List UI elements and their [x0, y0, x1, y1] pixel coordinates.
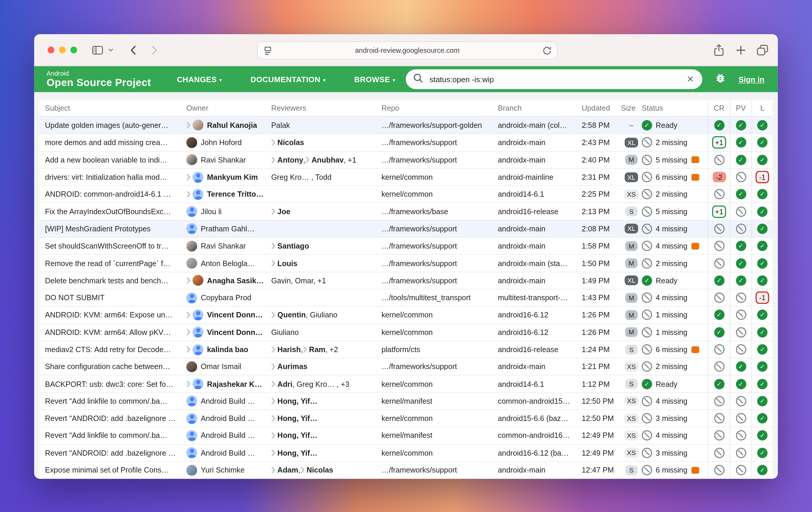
- change-row[interactable]: Set shouldScanWithScreenOff to tr… Ravi …: [39, 237, 773, 254]
- size-chip: XL: [625, 224, 638, 234]
- reviewer-name: Ram: [309, 345, 325, 353]
- change-row[interactable]: [WIP] MeshGradient Prototypes Pratham Ga…: [39, 220, 773, 237]
- change-row[interactable]: Revert "ANDROID: add .bazelignore … Andr…: [39, 409, 773, 427]
- status-text: 6 missing: [656, 173, 688, 181]
- reviewer-name: , Giuliano: [306, 311, 338, 319]
- owner-avatar: [193, 309, 203, 320]
- app-header: Android Open Source Project CHANGES▾ DOC…: [34, 66, 778, 92]
- vote-approved-icon: [714, 275, 724, 286]
- owner-avatar: [186, 396, 197, 407]
- vote-blocked-icon: [714, 362, 724, 372]
- zoom-window-button[interactable]: [70, 47, 77, 53]
- nav-menu-documentation[interactable]: DOCUMENTATION▾: [251, 75, 326, 84]
- vote-blocked-icon: [736, 465, 746, 475]
- vote-blocked-icon: [736, 224, 746, 234]
- status-ready-icon: [642, 120, 652, 130]
- status-blocked-icon: [642, 137, 652, 148]
- change-row[interactable]: Fix the ArrayIndexOutOfBoundsExc… Jilou …: [39, 203, 773, 220]
- vote-approved-icon: [736, 137, 746, 148]
- change-row[interactable]: mediav2 CTS: Add retry for Decode… kalin…: [39, 341, 773, 358]
- sidebar-toggle-icon[interactable]: [92, 46, 103, 55]
- status-text: Ready: [656, 277, 677, 285]
- repo-name: kernel/manifest: [381, 397, 432, 405]
- main-nav: CHANGES▾ DOCUMENTATION▾ BROWSE▾: [177, 75, 395, 84]
- reviewer-name: Aurimas: [277, 363, 307, 371]
- change-row[interactable]: Add a new boolean variable to indi… Ravi…: [39, 151, 773, 168]
- updated-time: 12:50 PM: [582, 397, 614, 405]
- branch-name: androidx-main: [498, 242, 545, 250]
- vote-blocked-icon: [714, 396, 724, 406]
- report-bug-icon[interactable]: [715, 73, 726, 86]
- address-bar[interactable]: android-review.googlesource.com: [257, 41, 557, 60]
- minimize-window-button[interactable]: [59, 47, 66, 53]
- status-text: 5 missing: [656, 156, 688, 164]
- owner-name: Android Build …: [201, 414, 255, 422]
- reviewer-name: Hong: [277, 449, 296, 457]
- vote-approved-icon: [757, 258, 767, 268]
- app-logo[interactable]: Android Open Source Project: [47, 70, 151, 88]
- search-input[interactable]: [429, 75, 685, 84]
- reviewer-name: , Greg Kro… , +3: [292, 380, 349, 388]
- page-settings-icon[interactable]: [264, 46, 272, 58]
- change-row[interactable]: BACKPORT: usb: dwc3: core: Set fo… Rajas…: [39, 375, 773, 392]
- change-row[interactable]: ANDROID: KVM: arm64: Expose un… Vincent …: [39, 306, 773, 323]
- change-subject: ANDROID: KVM: arm64: Allow pKV…: [45, 328, 171, 336]
- repo-name: kernel/manifest: [381, 432, 432, 440]
- owner-avatar: [193, 119, 203, 131]
- change-row[interactable]: Revert "ANDROID: add .bazelignore … Andr…: [39, 444, 773, 461]
- sign-in-link[interactable]: Sign in: [738, 75, 764, 84]
- change-row[interactable]: more demos and add missing crea… John Ho…: [39, 134, 773, 151]
- change-row[interactable]: Expose minimal set of Profile Cons… Yuri…: [39, 461, 773, 479]
- close-window-button[interactable]: [48, 47, 55, 53]
- change-row[interactable]: Revert "Add linkfile to common/.ba… Andr…: [39, 392, 773, 409]
- updated-time: 2:13 PM: [582, 207, 609, 216]
- clear-search-icon[interactable]: ✕: [686, 74, 695, 85]
- column-header-subject: Subject: [39, 104, 186, 112]
- vote-chip: -1: [756, 292, 769, 304]
- nav-menu-changes[interactable]: CHANGES▾: [177, 75, 222, 84]
- change-row[interactable]: Revert "Add linkfile to common/.ba… Andr…: [39, 427, 773, 444]
- change-row[interactable]: Share configuration cache between… Omar …: [39, 358, 773, 375]
- change-row[interactable]: ANDROID: KVM: arm64: Allow pKV… Vincent …: [39, 323, 773, 341]
- nav-menu-browse[interactable]: BROWSE▾: [354, 75, 395, 84]
- status-text: Ready: [656, 121, 677, 129]
- sidebar-chevron-icon[interactable]: [108, 48, 113, 52]
- repo-name: …/frameworks/support-golden: [381, 121, 482, 129]
- change-row[interactable]: DO NOT SUBMIT Copybara Prod …/tools/mult…: [39, 289, 773, 306]
- change-subject: DO NOT SUBMIT: [45, 294, 105, 302]
- back-button[interactable]: [130, 46, 136, 55]
- search-bar[interactable]: ✕: [406, 69, 702, 89]
- new-tab-icon[interactable]: [735, 45, 747, 55]
- owner-name: Android Build …: [201, 449, 255, 457]
- reviewer-name: Louis: [277, 259, 297, 267]
- reload-icon[interactable]: [543, 46, 552, 57]
- change-row[interactable]: drivers: virt: Initialization halla mod……: [39, 168, 773, 186]
- forward-button[interactable]: [151, 46, 157, 55]
- reviewer-name: Hong: [277, 397, 296, 405]
- branch-name: android16-6.12: [498, 328, 548, 336]
- attention-chevron-icon: [186, 381, 191, 387]
- change-subject: Set shouldScanWithScreenOff to tr…: [45, 242, 169, 250]
- chevron-down-icon: ▾: [323, 77, 326, 82]
- owner-name: Vincent Donn…: [207, 328, 263, 336]
- change-row[interactable]: Delete benchmark tests and bench… Anagha…: [39, 272, 773, 289]
- change-subject: Fix the ArrayIndexOutOfBoundsExc…: [45, 207, 171, 216]
- search-icon: [413, 73, 424, 85]
- owner-avatar: [186, 223, 197, 234]
- branch-name: androidx-main: [498, 466, 545, 474]
- status-blocked-icon: [642, 292, 652, 303]
- change-row[interactable]: Update golden images (auto-gener… Rahul …: [39, 117, 773, 134]
- change-subject: Revert "Add linkfile to common/.ba…: [45, 397, 168, 405]
- branch-name: android16-release: [498, 345, 558, 353]
- vote-blocked-icon: [736, 413, 746, 424]
- reviewer-name: Antony: [277, 156, 303, 164]
- attention-chevron-icon: [303, 346, 307, 352]
- reviewer-name: , Yif…: [296, 449, 317, 457]
- tab-overview-icon[interactable]: [757, 44, 768, 55]
- updated-time: 2:43 PM: [582, 139, 609, 147]
- share-icon[interactable]: [714, 44, 724, 56]
- repo-name: kernel/common: [381, 380, 433, 388]
- change-subject: more demos and add missing crea…: [45, 139, 168, 147]
- change-row[interactable]: ANDROID: common-android14-6.1 … Terence …: [39, 186, 773, 203]
- change-row[interactable]: Remove the read of `currentPage` f… Anto…: [39, 254, 773, 272]
